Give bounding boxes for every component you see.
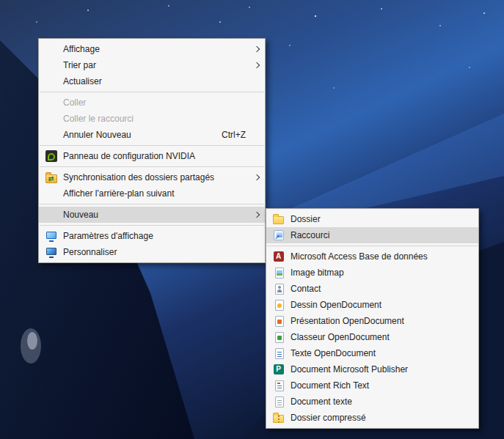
menu-item-label: Afficher l'arrière-plan suivant — [63, 188, 252, 199]
desktop[interactable]: AffichageTrier parActualiserCollerColler… — [0, 0, 504, 439]
menu-item-label: Affichage — [63, 44, 252, 54]
icon-slot — [39, 230, 63, 242]
icon-slot — [266, 316, 291, 327]
odf-presentation-icon — [275, 316, 284, 327]
odf-spreadsheet-icon — [275, 332, 284, 343]
menu-separator — [40, 204, 264, 204]
menu-item-label: Actualiser — [63, 76, 252, 86]
menu-separator — [40, 225, 264, 226]
new-submenu: DossierRaccourciMicrosoft Access Base de… — [266, 208, 479, 429]
menu-item-label: Document Rich Text — [291, 380, 465, 391]
submenu-chevron-icon — [252, 213, 265, 217]
desktop-context-menu: AffichageTrier parActualiserCollerColler… — [38, 38, 266, 263]
menu-item-coller: Coller — [39, 95, 265, 111]
icon-slot — [266, 380, 291, 391]
menu-item-dessin-opendocument[interactable]: Dessin OpenDocument — [266, 297, 478, 313]
menu-item-label: Annuler Nouveau — [63, 130, 222, 140]
menu-item-dossier[interactable]: Dossier — [266, 211, 478, 227]
bitmap-icon — [275, 268, 284, 278]
menu-item-label: Coller le raccourci — [63, 114, 252, 124]
odf-text-icon — [275, 348, 284, 359]
menu-separator — [40, 145, 264, 146]
icon-slot — [39, 172, 63, 183]
sync-folders-icon — [45, 174, 57, 183]
text-doc-icon — [275, 396, 284, 407]
nvidia-icon — [45, 150, 57, 162]
menu-item-label: Texte OpenDocument — [291, 348, 465, 358]
menu-item-actualiser[interactable]: Actualiser — [39, 73, 265, 89]
menu-item-dossier-compresse[interactable]: Dossier compressé — [266, 410, 478, 426]
menu-item-affichage[interactable]: Affichage — [39, 41, 265, 57]
shortcut-icon — [274, 230, 284, 240]
menu-item-trier-par[interactable]: Trier par — [39, 57, 265, 73]
wallpaper-light-patch — [21, 328, 41, 364]
menu-item-label: Nouveau — [63, 210, 252, 220]
menu-separator — [267, 246, 478, 246]
menu-item-label: Classeur OpenDocument — [291, 332, 465, 342]
menu-item-raccourci[interactable]: Raccourci — [266, 227, 478, 243]
menu-item-afficher-arriere-plan-suivant[interactable]: Afficher l'arrière-plan suivant — [39, 185, 265, 202]
menu-item-contact[interactable]: Contact — [266, 281, 478, 297]
menu-item-parametres-affichage[interactable]: Paramètres d'affichage — [39, 228, 265, 244]
menu-item-label: Contact — [291, 284, 465, 294]
shortcut-hint: Ctrl+Z — [222, 130, 252, 140]
publisher-icon — [274, 364, 284, 375]
icon-slot — [266, 268, 291, 278]
icon-slot — [266, 284, 291, 295]
menu-item-personnaliser[interactable]: Personnaliser — [39, 244, 265, 260]
icon-slot — [39, 150, 63, 162]
menu-item-image-bitmap[interactable]: Image bitmap — [266, 265, 478, 281]
menu-item-label: Synchronisation des dossiers partagés — [63, 172, 252, 182]
richtext-icon — [275, 380, 284, 391]
menu-item-coller-le-raccourci: Coller le raccourci — [39, 111, 265, 127]
zip-folder-icon — [273, 415, 284, 423]
menu-item-label: Document texte — [291, 396, 465, 407]
icon-slot — [39, 246, 63, 258]
new-submenu-body: DossierRaccourciMicrosoft Access Base de… — [266, 211, 478, 426]
menu-item-label: Document Microsoft Publisher — [291, 364, 465, 375]
menu-item-label: Dessin OpenDocument — [291, 300, 465, 310]
icon-slot — [266, 214, 291, 224]
menu-item-annuler-nouveau[interactable]: Annuler NouveauCtrl+Z — [39, 127, 265, 143]
menu-item-label: Présentation OpenDocument — [291, 316, 465, 326]
icon-slot — [266, 396, 291, 407]
menu-separator — [40, 92, 264, 92]
menu-item-panneau-configuration-nvidia[interactable]: Panneau de configuration NVIDIA — [39, 148, 265, 164]
menu-item-label: Paramètres d'affichage — [63, 231, 252, 241]
icon-slot — [266, 332, 291, 343]
menu-item-label: Image bitmap — [291, 268, 465, 278]
menu-item-label: Personnaliser — [63, 247, 252, 257]
menu-item-document-texte[interactable]: Document texte — [266, 394, 478, 410]
menu-item-access-base-de-donnees[interactable]: Microsoft Access Base de données — [266, 248, 478, 265]
icon-slot — [266, 364, 291, 375]
menu-item-nouveau[interactable]: Nouveau — [39, 207, 265, 223]
folder-icon — [273, 216, 284, 224]
menu-item-synchronisation-dossiers-partages[interactable]: Synchronisation des dossiers partagés — [39, 169, 265, 185]
menu-item-label: Dossier — [291, 214, 465, 224]
menu-item-label: Trier par — [63, 60, 252, 70]
menu-item-classeur-opendocument[interactable]: Classeur OpenDocument — [266, 329, 478, 345]
icon-slot — [266, 300, 291, 311]
personalize-icon — [45, 246, 57, 258]
menu-item-label: Dossier compressé — [291, 413, 465, 423]
menu-item-label: Coller — [63, 97, 252, 108]
submenu-chevron-icon — [252, 63, 265, 67]
icon-slot — [266, 229, 291, 241]
display-settings-icon — [45, 230, 57, 242]
icon-slot — [266, 413, 291, 423]
access-icon — [274, 251, 284, 262]
menu-item-document-rich-text[interactable]: Document Rich Text — [266, 377, 478, 394]
icon-slot — [266, 348, 291, 359]
menu-separator — [40, 166, 264, 167]
menu-item-label: Microsoft Access Base de données — [291, 251, 465, 262]
desktop-context-menu-body: AffichageTrier parActualiserCollerColler… — [39, 41, 265, 260]
menu-item-label: Raccourci — [291, 230, 465, 240]
menu-item-texte-opendocument[interactable]: Texte OpenDocument — [266, 345, 478, 361]
menu-item-presentation-opendocument[interactable]: Présentation OpenDocument — [266, 313, 478, 329]
odf-draw-icon — [275, 300, 284, 311]
menu-item-label: Panneau de configuration NVIDIA — [63, 151, 252, 161]
contact-icon — [275, 284, 284, 295]
submenu-chevron-icon — [252, 175, 265, 180]
icon-slot — [266, 251, 291, 262]
menu-item-document-microsoft-publisher[interactable]: Document Microsoft Publisher — [266, 361, 478, 377]
